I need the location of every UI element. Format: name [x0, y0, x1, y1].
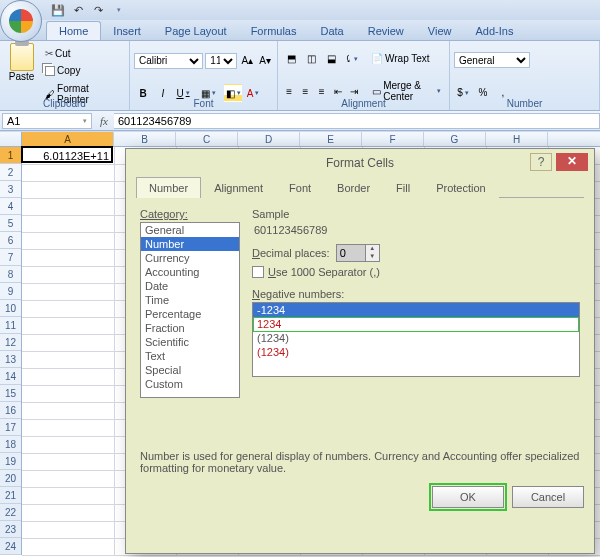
neg-item-0[interactable]: -1234: [253, 303, 579, 317]
dlg-tab-protection[interactable]: Protection: [423, 177, 499, 198]
row-head-4[interactable]: 4: [0, 198, 21, 215]
spin-up-icon[interactable]: ▲: [366, 245, 379, 253]
tab-insert[interactable]: Insert: [101, 22, 153, 40]
row-head-19[interactable]: 19: [0, 453, 21, 470]
tab-formulas[interactable]: Formulas: [239, 22, 309, 40]
row-head-3[interactable]: 3: [0, 181, 21, 198]
row-head-10[interactable]: 10: [0, 300, 21, 317]
office-button[interactable]: [0, 0, 42, 42]
undo-icon[interactable]: ↶: [70, 2, 86, 18]
row-head-17[interactable]: 17: [0, 419, 21, 436]
row-head-13[interactable]: 13: [0, 351, 21, 368]
dlg-tab-number[interactable]: Number: [136, 177, 201, 198]
tab-home[interactable]: Home: [46, 21, 101, 40]
neg-item-1[interactable]: 1234: [253, 317, 579, 331]
row-head-5[interactable]: 5: [0, 215, 21, 232]
thousand-separator-label: Use 1000 Separator (,): [268, 266, 380, 278]
category-general[interactable]: General: [141, 223, 239, 237]
row-head-22[interactable]: 22: [0, 504, 21, 521]
category-label: Category:: [140, 208, 188, 220]
neg-item-2[interactable]: (1234): [253, 331, 579, 345]
category-special[interactable]: Special: [141, 363, 239, 377]
cancel-button[interactable]: Cancel: [512, 486, 584, 508]
col-head-f[interactable]: F: [362, 132, 424, 146]
row-head-21[interactable]: 21: [0, 487, 21, 504]
row-head-8[interactable]: 8: [0, 266, 21, 283]
dlg-tab-font[interactable]: Font: [276, 177, 324, 198]
row-head-15[interactable]: 15: [0, 385, 21, 402]
group-number: General $ % , Number: [450, 41, 600, 110]
row-head-18[interactable]: 18: [0, 436, 21, 453]
ok-button[interactable]: OK: [432, 486, 504, 508]
col-head-a[interactable]: A: [22, 132, 114, 146]
align-middle-button[interactable]: ◫: [302, 50, 320, 68]
decimal-places-spinner[interactable]: ▲▼: [336, 244, 380, 262]
row-head-7[interactable]: 7: [0, 249, 21, 266]
orientation-button[interactable]: ⤹: [342, 50, 360, 68]
font-family-select[interactable]: Calibri: [134, 53, 203, 69]
row-head-14[interactable]: 14: [0, 368, 21, 385]
row-head-24[interactable]: 24: [0, 538, 21, 555]
select-all-corner[interactable]: [0, 132, 22, 146]
category-date[interactable]: Date: [141, 279, 239, 293]
dlg-tab-fill[interactable]: Fill: [383, 177, 423, 198]
dialog-close-button[interactable]: ✕: [556, 153, 588, 171]
cut-icon: ✂: [45, 48, 53, 59]
fx-icon[interactable]: fx: [94, 115, 114, 127]
row-head-20[interactable]: 20: [0, 470, 21, 487]
dialog-help-button[interactable]: ?: [530, 153, 552, 171]
category-list[interactable]: GeneralNumberCurrencyAccountingDateTimeP…: [140, 222, 240, 398]
category-percentage[interactable]: Percentage: [141, 307, 239, 321]
row-head-12[interactable]: 12: [0, 334, 21, 351]
row-head-23[interactable]: 23: [0, 521, 21, 538]
spin-down-icon[interactable]: ▼: [366, 253, 379, 261]
decimal-places-input[interactable]: [337, 245, 365, 261]
dlg-tab-border[interactable]: Border: [324, 177, 383, 198]
col-head-e[interactable]: E: [300, 132, 362, 146]
category-custom[interactable]: Custom: [141, 377, 239, 391]
row-head-6[interactable]: 6: [0, 232, 21, 249]
dlg-tab-alignment[interactable]: Alignment: [201, 177, 276, 198]
redo-icon[interactable]: ↷: [90, 2, 106, 18]
category-time[interactable]: Time: [141, 293, 239, 307]
row-head-9[interactable]: 9: [0, 283, 21, 300]
thousand-separator-checkbox[interactable]: Use 1000 Separator (,): [252, 266, 380, 278]
col-head-c[interactable]: C: [176, 132, 238, 146]
name-box[interactable]: A1▾: [2, 113, 92, 129]
wrap-text-button[interactable]: 📄Wrap Text: [367, 51, 434, 66]
category-scientific[interactable]: Scientific: [141, 335, 239, 349]
cell-a1[interactable]: 6.01123E+11: [21, 146, 113, 163]
negative-numbers-list[interactable]: -1234 1234 (1234) (1234): [252, 302, 580, 377]
align-top-button[interactable]: ⬒: [282, 50, 300, 68]
font-size-select[interactable]: 11: [205, 53, 237, 69]
shrink-font-button[interactable]: A▾: [257, 52, 273, 70]
category-text[interactable]: Text: [141, 349, 239, 363]
formula-input[interactable]: 601123456789: [114, 113, 600, 129]
row-head-2[interactable]: 2: [0, 164, 21, 181]
save-icon[interactable]: 💾: [50, 2, 66, 18]
tab-view[interactable]: View: [416, 22, 464, 40]
col-head-b[interactable]: B: [114, 132, 176, 146]
number-format-select[interactable]: General: [454, 52, 530, 68]
category-fraction[interactable]: Fraction: [141, 321, 239, 335]
copy-label: Copy: [57, 65, 80, 76]
row-head-1[interactable]: 1: [0, 147, 21, 164]
category-currency[interactable]: Currency: [141, 251, 239, 265]
col-head-g[interactable]: G: [424, 132, 486, 146]
cut-button[interactable]: ✂Cut: [41, 46, 125, 61]
category-number[interactable]: Number: [141, 237, 239, 251]
category-accounting[interactable]: Accounting: [141, 265, 239, 279]
tab-addins[interactable]: Add-Ins: [463, 22, 525, 40]
grow-font-button[interactable]: A▴: [239, 52, 255, 70]
col-head-h[interactable]: H: [486, 132, 548, 146]
tab-review[interactable]: Review: [356, 22, 416, 40]
tab-data[interactable]: Data: [308, 22, 355, 40]
row-head-16[interactable]: 16: [0, 402, 21, 419]
qat-dropdown-icon[interactable]: [110, 2, 126, 18]
col-head-d[interactable]: D: [238, 132, 300, 146]
row-head-11[interactable]: 11: [0, 317, 21, 334]
neg-item-3[interactable]: (1234): [253, 345, 579, 359]
copy-button[interactable]: Copy: [41, 63, 125, 78]
tab-page-layout[interactable]: Page Layout: [153, 22, 239, 40]
align-bottom-button[interactable]: ⬓: [322, 50, 340, 68]
